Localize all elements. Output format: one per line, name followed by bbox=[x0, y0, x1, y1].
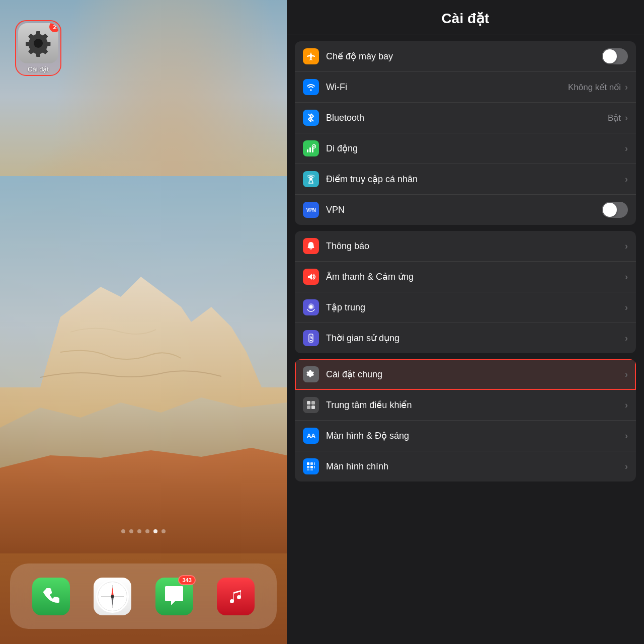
svg-rect-18 bbox=[310, 340, 312, 341]
wifi-value: Không kết nối bbox=[568, 82, 621, 93]
dock-music-icon[interactable] bbox=[217, 578, 255, 615]
row-screentime[interactable]: Thời gian sử dụng › bbox=[295, 323, 636, 353]
bluetooth-icon bbox=[303, 110, 319, 126]
group-notifications: Thông báo › Âm thanh & Cảm ứng › bbox=[295, 231, 636, 353]
bluetooth-label: Bluetooth bbox=[326, 113, 608, 123]
messages-badge: 343 bbox=[178, 575, 195, 585]
display-icon: AA bbox=[303, 428, 319, 444]
svg-rect-31 bbox=[310, 469, 313, 470]
page-dots bbox=[0, 529, 287, 533]
sounds-icon bbox=[303, 269, 319, 285]
notifications-icon bbox=[303, 238, 319, 254]
settings-app-icon: 2 bbox=[18, 23, 58, 63]
hotspot-chevron: › bbox=[625, 174, 628, 185]
bluetooth-value: Bật bbox=[608, 113, 621, 123]
svg-rect-11 bbox=[307, 149, 308, 152]
dot-4[interactable] bbox=[145, 529, 149, 533]
svg-rect-22 bbox=[307, 406, 310, 409]
home-screen-icon bbox=[303, 458, 319, 474]
row-general-settings[interactable]: Cài đặt chung › bbox=[295, 359, 636, 390]
svg-rect-27 bbox=[307, 466, 309, 468]
row-sounds[interactable]: Âm thanh & Cảm ứng › bbox=[295, 262, 636, 292]
focus-icon bbox=[303, 299, 319, 315]
row-control-center[interactable]: Trung tâm điều khiển › bbox=[295, 390, 636, 421]
dot-3[interactable] bbox=[137, 529, 141, 533]
dot-2[interactable] bbox=[129, 529, 133, 533]
airplane-toggle[interactable] bbox=[602, 48, 628, 64]
screentime-chevron: › bbox=[625, 333, 628, 344]
settings-content: Chế độ máy bay Wi-Fi Không kết nối › bbox=[287, 35, 644, 488]
settings-label: Cài đặt bbox=[28, 65, 49, 73]
focus-label: Tập trung bbox=[326, 302, 625, 313]
row-hotspot[interactable]: Điểm truy cập cá nhân › bbox=[295, 164, 636, 195]
dot-6[interactable] bbox=[162, 529, 166, 533]
display-label: Màn hình & Độ sáng bbox=[326, 430, 625, 441]
control-center-label: Trung tâm điều khiển bbox=[326, 399, 625, 411]
bluetooth-chevron: › bbox=[625, 113, 628, 123]
dot-1[interactable] bbox=[121, 529, 125, 533]
home-screen-label: Màn hình chính bbox=[326, 461, 625, 472]
cellular-chevron: › bbox=[625, 143, 628, 154]
svg-point-15 bbox=[309, 178, 312, 181]
svg-rect-23 bbox=[311, 406, 315, 409]
svg-rect-12 bbox=[309, 147, 311, 152]
svg-point-16 bbox=[309, 305, 313, 309]
wifi-chevron: › bbox=[625, 82, 628, 93]
settings-title: Cài đặt bbox=[299, 10, 632, 27]
svg-rect-21 bbox=[311, 401, 315, 405]
row-wifi[interactable]: Wi-Fi Không kết nối › bbox=[295, 72, 636, 103]
settings-panel: Cài đặt Chế độ máy bay bbox=[287, 0, 644, 644]
dock-messages-icon[interactable]: 343 bbox=[155, 578, 193, 615]
svg-rect-29 bbox=[314, 466, 315, 468]
general-settings-label: Cài đặt chung bbox=[326, 369, 625, 380]
sounds-chevron: › bbox=[625, 272, 628, 282]
display-chevron: › bbox=[625, 431, 628, 441]
airplane-label: Chế độ máy bay bbox=[326, 51, 602, 62]
home-screen-chevron: › bbox=[625, 461, 628, 472]
vpn-toggle[interactable] bbox=[602, 202, 628, 218]
svg-rect-24 bbox=[307, 462, 309, 465]
hotspot-label: Điểm truy cập cá nhân bbox=[326, 174, 625, 185]
general-settings-chevron: › bbox=[625, 369, 628, 380]
row-cellular[interactable]: Di động › bbox=[295, 133, 636, 164]
hotspot-icon bbox=[303, 171, 319, 187]
svg-rect-26 bbox=[314, 462, 315, 465]
row-home-screen[interactable]: Màn hình chính › bbox=[295, 451, 636, 481]
cellular-icon bbox=[303, 140, 319, 156]
settings-app-icon-container[interactable]: 2 Cài đặt bbox=[15, 20, 61, 76]
notifications-label: Thông báo bbox=[326, 241, 625, 252]
dot-5[interactable] bbox=[153, 529, 157, 533]
cellular-label: Di động bbox=[326, 143, 625, 154]
row-vpn[interactable]: VPN VPN bbox=[295, 195, 636, 225]
focus-chevron: › bbox=[625, 302, 628, 313]
notifications-chevron: › bbox=[625, 241, 628, 252]
dock-safari-icon[interactable] bbox=[94, 578, 131, 615]
airplane-icon bbox=[303, 48, 319, 64]
vpn-label: VPN bbox=[326, 205, 602, 215]
control-center-icon bbox=[303, 397, 319, 413]
screentime-icon bbox=[303, 330, 319, 346]
sounds-label: Âm thanh & Cảm ứng bbox=[326, 271, 625, 282]
wifi-label: Wi-Fi bbox=[326, 82, 568, 93]
general-settings-icon bbox=[303, 366, 319, 382]
screentime-label: Thời gian sử dụng bbox=[326, 333, 625, 344]
settings-header: Cài đặt bbox=[287, 0, 644, 35]
dock-phone-icon[interactable] bbox=[32, 578, 70, 615]
svg-rect-30 bbox=[307, 469, 309, 470]
row-focus[interactable]: Tập trung › bbox=[295, 292, 636, 323]
row-bluetooth[interactable]: Bluetooth Bật › bbox=[295, 103, 636, 133]
wifi-icon bbox=[303, 79, 319, 95]
row-display[interactable]: AA Màn hình & Độ sáng › bbox=[295, 421, 636, 451]
home-screen: 2 Cài đặt bbox=[0, 0, 287, 644]
svg-point-2 bbox=[34, 39, 43, 48]
svg-rect-28 bbox=[310, 466, 313, 468]
row-airplane[interactable]: Chế độ máy bay bbox=[295, 41, 636, 72]
group-connectivity: Chế độ máy bay Wi-Fi Không kết nối › bbox=[295, 41, 636, 225]
svg-rect-25 bbox=[310, 462, 313, 465]
svg-rect-20 bbox=[307, 401, 310, 405]
control-center-chevron: › bbox=[625, 400, 628, 411]
row-notifications[interactable]: Thông báo › bbox=[295, 231, 636, 262]
dock: 343 bbox=[10, 564, 277, 629]
svg-point-10 bbox=[111, 595, 114, 598]
vpn-icon: VPN bbox=[303, 202, 319, 218]
